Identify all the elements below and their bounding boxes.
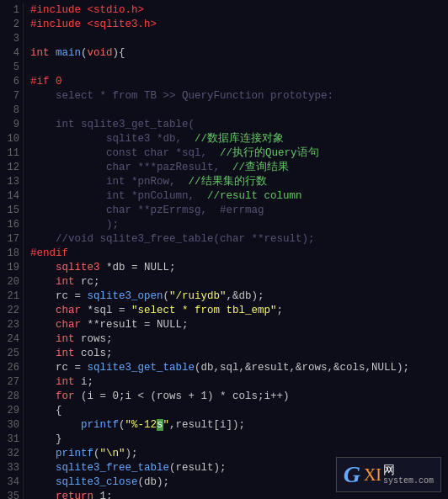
code-line: rc = sqlite3_get_table(db,sql,&result,&r… xyxy=(30,361,441,375)
code-line: char *sql = "select * from tbl_emp"; xyxy=(30,304,441,318)
code-line: printf("%-12s",result[i]); xyxy=(30,418,441,433)
line-number: 15 xyxy=(3,204,19,218)
line-number: 16 xyxy=(3,218,19,232)
code-line: #endif xyxy=(30,247,441,261)
watermark-g-letter: G xyxy=(344,461,360,488)
line-number: 30 xyxy=(3,418,19,433)
code-line xyxy=(30,32,441,46)
line-number: 28 xyxy=(3,390,19,404)
code-line: int rows; xyxy=(30,332,441,347)
code-area: 1234567891011121314151617181920212223242… xyxy=(0,0,448,499)
code-line: } xyxy=(30,433,441,447)
code-line: int cols; xyxy=(30,347,441,361)
line-number: 26 xyxy=(3,361,19,375)
line-number: 29 xyxy=(3,404,19,418)
line-number: 25 xyxy=(3,347,19,361)
code-line: //void sqlite3_free_table(char **result)… xyxy=(30,232,441,247)
line-number: 20 xyxy=(3,275,19,289)
line-number: 4 xyxy=(3,46,19,61)
code-line: #include <stdio.h> xyxy=(30,3,441,18)
watermark-xi-text: XI xyxy=(364,465,381,485)
code-line: sqlite3 *db = NULL; xyxy=(30,261,441,275)
line-numbers: 1234567891011121314151617181920212223242… xyxy=(0,3,24,499)
line-number: 2 xyxy=(3,18,19,32)
line-number: 14 xyxy=(3,189,19,204)
code-line: #include <sqlite3.h> xyxy=(30,18,441,32)
code-line: #if 0 xyxy=(30,75,441,89)
line-number: 21 xyxy=(3,289,19,304)
code-line: rc = sqlite3_open("/ruiydb",&db); xyxy=(30,289,441,304)
line-number: 17 xyxy=(3,232,19,247)
line-number: 32 xyxy=(3,447,19,461)
code-line: int sqlite3_get_table( xyxy=(30,118,441,132)
code-line: int main(void){ xyxy=(30,46,441,61)
highlight-char: s xyxy=(157,419,163,431)
line-number: 18 xyxy=(3,247,19,261)
line-number: 12 xyxy=(3,161,19,175)
line-number: 23 xyxy=(3,318,19,332)
line-number: 27 xyxy=(3,375,19,390)
code-editor: 1234567891011121314151617181920212223242… xyxy=(0,0,448,499)
line-number: 34 xyxy=(3,475,19,490)
code-line: sqlite3 *db, //数据库连接对象 xyxy=(30,132,441,146)
line-number: 22 xyxy=(3,304,19,318)
line-number: 33 xyxy=(3,461,19,475)
line-number: 19 xyxy=(3,261,19,275)
code-line: { xyxy=(30,404,441,418)
watermark-net-info: 网 system.com xyxy=(383,464,434,486)
line-number: 24 xyxy=(3,332,19,347)
code-line: int *pnRow, //结果集的行数 xyxy=(30,175,441,189)
line-number: 6 xyxy=(3,75,19,89)
code-line: int rc; xyxy=(30,275,441,289)
line-number: 10 xyxy=(3,132,19,146)
code-line xyxy=(30,61,441,75)
watermark: G XI 网 system.com xyxy=(336,457,441,492)
code-line: ); xyxy=(30,218,441,232)
code-line: char **result = NULL; xyxy=(30,318,441,332)
line-number: 3 xyxy=(3,32,19,46)
line-number: 35 xyxy=(3,490,19,499)
code-line: int i; xyxy=(30,375,441,390)
code-line: char ***pazResult, //查询结果 xyxy=(30,161,441,175)
code-line: int *pnColumn, //result column xyxy=(30,189,441,204)
line-number: 1 xyxy=(3,3,19,18)
line-number: 31 xyxy=(3,433,19,447)
code-content: #include <stdio.h>#include <sqlite3.h> i… xyxy=(24,3,448,499)
line-number: 13 xyxy=(3,175,19,189)
code-line xyxy=(30,104,441,118)
code-line: char **pzErrmsg, #errmag xyxy=(30,204,441,218)
code-line: select * from TB >> QueryFunction protot… xyxy=(30,89,441,104)
line-number: 8 xyxy=(3,104,19,118)
line-number: 7 xyxy=(3,89,19,104)
line-number: 9 xyxy=(3,118,19,132)
code-line: const char *sql, //执行的Query语句 xyxy=(30,146,441,161)
line-number: 5 xyxy=(3,61,19,75)
code-line: for (i = 0;i < (rows + 1) * cols;i++) xyxy=(30,390,441,404)
line-number: 11 xyxy=(3,146,19,161)
